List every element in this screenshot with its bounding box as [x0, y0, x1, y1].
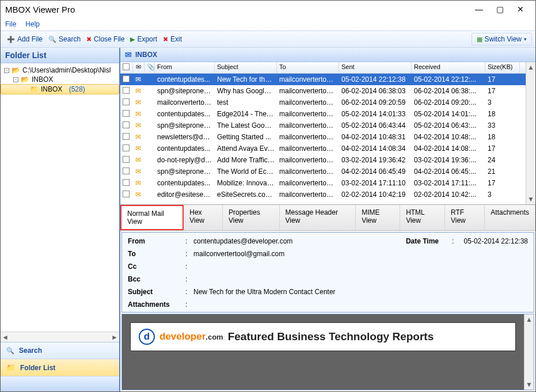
menu-help[interactable]: Help — [25, 20, 40, 28]
cell-from: contentupdates... — [155, 75, 215, 84]
switch-view-button[interactable]: Switch View▾ — [472, 33, 532, 45]
col-subject[interactable]: Subject — [215, 62, 277, 73]
table-row[interactable]: ✉contentupdates...Edge2014 - The P...mai… — [120, 108, 526, 120]
close-button[interactable]: ✕ — [510, 1, 531, 17]
tab-mime-view[interactable]: MIME View — [356, 205, 400, 230]
table-row[interactable]: ✉spn@sitepronew...The World of Eco...mai… — [120, 166, 526, 177]
body-vscrollbar[interactable]: ▲▼ — [524, 314, 534, 390]
table-row[interactable]: ✉spn@sitepronew...The Latest Googl...mai… — [120, 120, 526, 131]
collapse-icon[interactable]: - — [4, 68, 9, 73]
col-checkbox[interactable] — [120, 62, 133, 73]
col-received[interactable]: Received — [412, 62, 485, 73]
cell-from: editor@esitesecr... — [155, 190, 215, 199]
detail-from-value: contentupdates@developer.com — [193, 237, 406, 245]
cell-subject: Getting Started ... — [215, 132, 277, 142]
cell-to: mailconvertertool... — [277, 98, 339, 107]
folder-open-icon — [21, 75, 29, 83]
table-row[interactable]: ✉mailconvertertool...testmailconverterto… — [120, 97, 526, 108]
row-checkbox[interactable] — [123, 121, 130, 128]
table-row[interactable]: ✉editor@esitesecr...eSiteSecrets.com ...… — [120, 189, 526, 200]
maximize-button[interactable]: ▢ — [489, 1, 510, 17]
row-checkbox[interactable] — [123, 179, 130, 186]
cell-size: 17 — [485, 144, 520, 153]
cell-received: 06-02-2014 09:20:... — [412, 98, 485, 107]
minimize-button[interactable]: — — [469, 1, 489, 17]
export-button[interactable]: Export — [127, 33, 160, 45]
table-row[interactable]: ✉contentupdates...Attend Avaya Evo...mai… — [120, 143, 526, 154]
mail-icon: ✉ — [135, 121, 141, 130]
cell-size: 3 — [485, 190, 520, 199]
tab-rtf-view[interactable]: RTF View — [445, 205, 485, 230]
add-file-button[interactable]: Add File — [4, 33, 45, 45]
row-checkbox[interactable] — [123, 144, 130, 151]
table-row[interactable]: ✉contentupdates...New Tech for the ...ma… — [120, 74, 526, 85]
search-icon — [48, 35, 56, 43]
row-checkbox[interactable] — [123, 156, 130, 163]
banner-text: Featured Business Technology Reports — [228, 330, 434, 343]
body-banner: d developer.com Featured Business Techno… — [130, 322, 516, 351]
cell-received: 04-02-2014 10:48:... — [412, 132, 485, 142]
col-attachment-icon[interactable]: 📎 — [145, 62, 155, 73]
tree-inbox-child[interactable]: INBOX (528) — [1, 84, 119, 94]
message-grid: ✉ 📎 From Subject To Sent Received Size(K… — [120, 62, 535, 205]
cell-subject: Why has Google ... — [215, 86, 277, 96]
tab-hex-view[interactable]: Hex View — [184, 205, 223, 230]
add-file-icon — [7, 35, 15, 43]
tab-message-header-view[interactable]: Message Header View — [280, 205, 356, 230]
folder-icon — [6, 363, 16, 372]
search-button[interactable]: Search — [45, 33, 83, 45]
col-sent[interactable]: Sent — [339, 62, 412, 73]
col-from[interactable]: From — [155, 62, 215, 73]
tree-inbox[interactable]: - INBOX — [1, 75, 119, 84]
tab-attachments[interactable]: Attachments — [485, 205, 535, 230]
view-tabs: Normal Mail ViewHex ViewProperties ViewM… — [120, 205, 535, 231]
collapse-icon[interactable]: - — [13, 77, 18, 82]
tree-hscrollbar[interactable]: ◄► — [1, 332, 119, 342]
mail-icon: ✉ — [135, 179, 141, 187]
cell-size: 17 — [485, 75, 520, 84]
row-checkbox[interactable] — [123, 168, 130, 174]
col-status-icon[interactable]: ✉ — [133, 62, 145, 73]
folder-open-icon — [12, 66, 20, 74]
tree-root[interactable]: - C:\Users\admin\Desktop\Nisl — [1, 66, 119, 75]
tab-html-view[interactable]: HTML View — [400, 205, 445, 230]
col-size[interactable]: Size(KB) — [485, 62, 520, 73]
tab-normal-mail-view[interactable]: Normal Mail View — [120, 205, 184, 230]
table-row[interactable]: ✉do-not-reply@de...Add More Traffic ...m… — [120, 154, 526, 166]
cell-from: spn@sitepronew... — [155, 86, 215, 96]
detail-attachments-label: Attachments — [128, 300, 185, 309]
row-checkbox[interactable] — [123, 110, 130, 117]
row-checkbox[interactable] — [123, 87, 130, 94]
close-file-button[interactable]: Close File — [83, 33, 127, 45]
tab-properties-view[interactable]: Properties View — [223, 205, 280, 230]
cell-size: 18 — [485, 109, 520, 119]
exit-button[interactable]: Exit — [160, 33, 185, 45]
table-row[interactable]: ✉contentupdates...Mobilize: Innovat...ma… — [120, 177, 526, 189]
cell-subject: New Tech for the ... — [215, 75, 277, 84]
cell-received: 04-02-2014 06:45:... — [412, 167, 485, 176]
table-row[interactable]: ✉newsletters@dev...Getting Started ...ma… — [120, 131, 526, 143]
left-search-button[interactable]: Search — [1, 342, 119, 359]
cell-to: mailconvertertool... — [277, 190, 339, 199]
grid-vscrollbar[interactable]: ▲▼ — [526, 62, 535, 204]
row-checkbox[interactable] — [123, 133, 130, 140]
cell-received: 03-02-2014 19:36:... — [412, 155, 485, 165]
table-row[interactable]: ✉spn@sitepronew...Why has Google ...mail… — [120, 85, 526, 97]
menu-file[interactable]: File — [5, 20, 16, 28]
cell-size: 18 — [485, 132, 520, 142]
row-checkbox[interactable] — [123, 98, 130, 105]
detail-from-label: From — [128, 237, 185, 245]
left-strip — [1, 376, 119, 391]
detail-bcc-label: Bcc — [128, 275, 185, 283]
col-to[interactable]: To — [277, 62, 339, 73]
search-icon — [6, 347, 14, 355]
close-file-icon — [86, 35, 92, 43]
left-folderlist-button[interactable]: Folder List — [1, 359, 119, 376]
cell-size: 33 — [485, 121, 520, 130]
cell-received: 05-02-2014 14:01:... — [412, 109, 485, 119]
row-checkbox[interactable] — [123, 75, 130, 82]
row-checkbox[interactable] — [123, 191, 130, 197]
mail-icon: ✉ — [135, 98, 141, 106]
cell-sent: 02-02-2014 10:42:19 — [339, 190, 412, 199]
cell-to: mailconvertertool... — [277, 121, 339, 130]
